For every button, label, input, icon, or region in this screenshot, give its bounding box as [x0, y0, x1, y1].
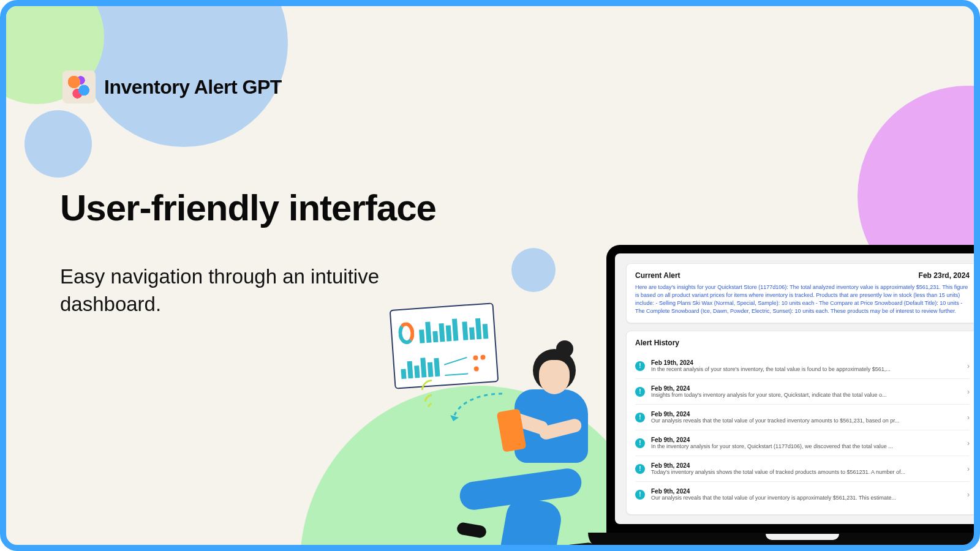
- info-icon: !: [635, 464, 645, 474]
- info-icon: !: [635, 438, 645, 448]
- alert-history-text: Feb 9th, 2024Our analysis reveals that t…: [651, 488, 961, 501]
- dashboard-screen: Current Alert Feb 23rd, 2024 Here are to…: [615, 253, 980, 524]
- page-headline: User-friendly interface: [60, 187, 436, 229]
- info-icon: !: [635, 490, 645, 500]
- bar-chart-icon: [418, 316, 459, 343]
- alert-history-title: Alert History: [635, 339, 970, 347]
- current-alert-body: Here are today's insights for your Quick…: [635, 283, 970, 315]
- alert-history-card: Alert History !Feb 19th, 2024In the rece…: [626, 331, 979, 515]
- brand-logo-icon: [62, 70, 96, 103]
- alert-history-item[interactable]: !Feb 9th, 2024Our analysis reveals that …: [635, 404, 970, 430]
- alert-history-snippet: In the inventory analysis for your store…: [651, 443, 961, 449]
- alert-history-snippet: Today's inventory analysis shows the tot…: [651, 469, 961, 475]
- alert-history-text: Feb 9th, 2024Today's inventory analysis …: [651, 462, 961, 475]
- chevron-right-icon: ›: [967, 490, 970, 499]
- alert-history-item[interactable]: !Feb 9th, 2024Insights from today's inve…: [635, 378, 970, 404]
- alert-history-snippet: Our analysis reveals that the total valu…: [651, 495, 961, 501]
- info-icon: !: [635, 413, 645, 422]
- alert-history-text: Feb 9th, 2024Insights from today's inven…: [651, 385, 961, 398]
- alert-history-date: Feb 9th, 2024: [651, 488, 961, 495]
- alert-history-snippet: Our analysis reveals that the total valu…: [651, 418, 961, 424]
- alert-history-date: Feb 9th, 2024: [651, 437, 961, 443]
- alert-history-item[interactable]: !Feb 9th, 2024Today's inventory analysis…: [635, 455, 970, 481]
- alert-history-list: !Feb 19th, 2024In the recent analysis of…: [635, 353, 970, 507]
- person-illustration: [447, 349, 606, 551]
- alert-history-text: Feb 19th, 2024In the recent analysis of …: [651, 359, 961, 372]
- chevron-right-icon: ›: [967, 388, 970, 396]
- laptop-mockup: Current Alert Feb 23rd, 2024 Here are to…: [606, 245, 980, 551]
- decor-circle: [511, 248, 556, 292]
- donut-chart-icon: [398, 321, 415, 345]
- info-icon: !: [635, 387, 645, 397]
- bar-chart-icon: [400, 352, 440, 379]
- promo-frame: Inventory Alert GPT User-friendly interf…: [0, 0, 980, 551]
- alert-history-text: Feb 9th, 2024Our analysis reveals that t…: [651, 411, 961, 424]
- hero-illustration: [386, 300, 606, 551]
- signal-icon: [421, 380, 442, 405]
- current-alert-title: Current Alert: [635, 271, 680, 280]
- chevron-right-icon: ›: [967, 362, 970, 370]
- alert-history-date: Feb 19th, 2024: [651, 359, 961, 366]
- alert-history-item[interactable]: !Feb 9th, 2024In the inventory analysis …: [635, 430, 970, 455]
- chevron-right-icon: ›: [967, 439, 970, 448]
- laptop-base: [588, 533, 980, 551]
- alert-history-snippet: In the recent analysis of your store's i…: [651, 366, 961, 372]
- alert-history-date: Feb 9th, 2024: [651, 385, 961, 392]
- current-alert-date: Feb 23rd, 2024: [919, 271, 970, 280]
- bar-chart-icon: [462, 314, 489, 340]
- alert-history-date: Feb 9th, 2024: [651, 462, 961, 469]
- decor-circle: [24, 110, 92, 178]
- laptop-bezel: Current Alert Feb 23rd, 2024 Here are to…: [606, 245, 980, 533]
- alert-history-date: Feb 9th, 2024: [651, 411, 961, 418]
- alert-history-item[interactable]: !Feb 9th, 2024Our analysis reveals that …: [635, 481, 970, 507]
- alert-history-snippet: Insights from today's inventory analysis…: [651, 392, 961, 398]
- alert-history-item[interactable]: !Feb 19th, 2024In the recent analysis of…: [635, 353, 970, 378]
- current-alert-card: Current Alert Feb 23rd, 2024 Here are to…: [626, 263, 979, 323]
- alert-history-text: Feb 9th, 2024In the inventory analysis f…: [651, 437, 961, 449]
- chevron-right-icon: ›: [967, 465, 970, 473]
- chevron-right-icon: ›: [967, 413, 970, 422]
- brand-name: Inventory Alert GPT: [104, 76, 282, 99]
- info-icon: !: [635, 361, 645, 371]
- brand: Inventory Alert GPT: [62, 70, 282, 103]
